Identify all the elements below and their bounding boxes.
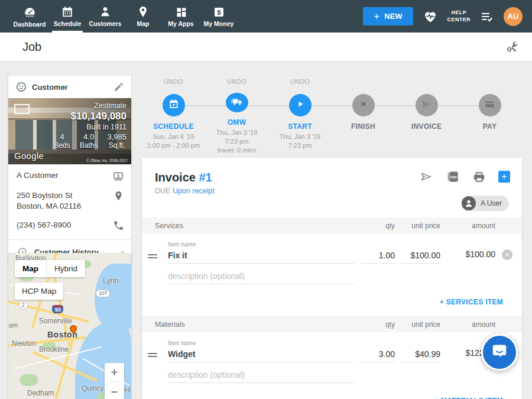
top-navigation: Dashboard Schedule Customers Map [0, 0, 532, 33]
customer-name: A Customer [17, 170, 59, 181]
play-icon [295, 99, 306, 112]
material-name-input[interactable] [168, 348, 354, 362]
location-pin-icon[interactable] [113, 190, 124, 202]
page-title: Job [22, 40, 41, 54]
hcp-map-button[interactable]: HCP Map [15, 283, 63, 300]
page-header: Job [0, 33, 532, 61]
plus-icon: + [374, 11, 379, 22]
phone-icon[interactable] [113, 220, 124, 231]
customer-phone: (234) 567-8900 [17, 220, 71, 231]
drag-handle[interactable] [148, 353, 157, 362]
undo-link[interactable]: UNDO [227, 78, 246, 86]
pay-step-button[interactable] [479, 94, 501, 116]
timeline-step-invoice: INVOICE [395, 78, 458, 155]
service-unit-price-input[interactable] [401, 249, 440, 264]
app-root: Dashboard Schedule Customers Map [0, 0, 532, 399]
start-step-button[interactable] [289, 94, 312, 116]
send-invoice-icon[interactable] [419, 170, 433, 184]
material-unit-price-input[interactable] [401, 348, 440, 362]
service-description-input[interactable] [168, 270, 354, 284]
nav-item-schedule[interactable]: Schedule [48, 0, 86, 33]
unit-price-column-header: unit price [401, 222, 440, 230]
step-label: PAY [483, 122, 497, 131]
services-section-header: Services qty unit price amount [142, 218, 522, 233]
invoice-step-button[interactable] [416, 94, 438, 116]
map-pin-icon [137, 5, 150, 18]
material-qty-input[interactable] [361, 348, 395, 362]
property-stats: 4 Beds 4.0 Baths 3,985 Sq.ft. [54, 132, 126, 150]
customers-icon [99, 5, 112, 18]
service-qty-input[interactable] [361, 249, 395, 264]
user-avatar[interactable]: AU [504, 7, 523, 26]
help-center-link[interactable]: HELP CENTER [447, 9, 471, 23]
dashboard-icon [23, 5, 37, 19]
map-type-map-button[interactable]: Map [15, 260, 46, 277]
zestimate-overlay: Zestimate $10,149,080 Built in 1911 4 Be… [54, 102, 126, 150]
new-button[interactable]: + NEW [363, 7, 413, 25]
customer-address-row: 250 Boylston St Boston, MA 02116 [8, 184, 131, 214]
park-area [20, 374, 38, 386]
job-settings-icon[interactable] [505, 40, 519, 54]
svg-text:PDF: PDF [450, 176, 458, 179]
delete-service-item-icon[interactable]: ✕ [502, 249, 512, 260]
service-name-input[interactable] [168, 249, 354, 264]
qty-column-header: qty [361, 320, 395, 329]
map-type-hybrid-button[interactable]: Hybrid [47, 260, 85, 277]
nav-item-my-money[interactable]: $ My Money [200, 0, 238, 33]
chat-bubble-icon [491, 342, 508, 362]
edit-pencil-icon[interactable] [113, 82, 124, 92]
schedule-step-button[interactable] [163, 94, 185, 116]
undo-link[interactable]: UNDO [164, 78, 183, 87]
add-invoice-button[interactable]: + [498, 171, 510, 183]
chat-launcher-button[interactable] [481, 334, 518, 371]
nav-item-dashboard[interactable]: Dashboard [11, 0, 48, 33]
customer-card: Customer Zestimate $10,149,080 Built in … [8, 76, 131, 264]
street-view-icon [14, 104, 30, 114]
contact-card-icon[interactable] [112, 170, 124, 182]
zestimate-value: $10,149,080 [54, 111, 126, 122]
due-value-link[interactable]: Upon receipt [173, 187, 215, 195]
step-label: START [288, 122, 312, 131]
zestimate-label: Zestimate [54, 102, 126, 110]
undo-link[interactable]: UNDO [290, 78, 310, 87]
map-label-waltham: ham [8, 322, 18, 329]
step-travel: travel: 0 mins [216, 146, 257, 155]
nav-label: Schedule [54, 20, 82, 27]
qty-column-header: qty [361, 222, 395, 230]
nav-label: My Money [204, 20, 234, 27]
add-services-item-link[interactable]: + SERVICES ITEM [440, 298, 503, 306]
item-name-label: Item name [168, 340, 354, 346]
zoom-out-button[interactable]: − [105, 382, 124, 399]
print-icon[interactable] [472, 170, 486, 184]
invoice-number[interactable]: #1 [199, 171, 212, 184]
send-icon [421, 99, 432, 112]
beds-value: 4 [54, 132, 70, 141]
customer-face-icon [15, 81, 27, 93]
avatar-initials: AU [508, 12, 519, 21]
add-materials-item-link[interactable]: + MATERIALS ITEM [434, 397, 503, 399]
map-type-control: Map Hybrid [15, 260, 85, 277]
step-label: OMW [228, 118, 246, 126]
zoom-in-button[interactable]: + [105, 363, 124, 382]
health-heart-icon[interactable] [423, 9, 438, 24]
pdf-icon[interactable]: PDF [446, 170, 460, 184]
drag-handle[interactable] [148, 254, 157, 264]
assigned-user-pill[interactable]: A User [461, 196, 509, 211]
omw-step-button[interactable] [226, 93, 248, 112]
task-list-icon[interactable] [480, 9, 494, 24]
stat-sqft: 3,985 Sq.ft. [107, 132, 126, 150]
material-description-input[interactable] [168, 368, 354, 383]
nav-items: Dashboard Schedule Customers Map [0, 0, 238, 33]
new-button-label: NEW [384, 12, 402, 21]
truck-icon [231, 95, 244, 111]
nav-item-customers[interactable]: Customers [86, 0, 124, 33]
nav-item-map[interactable]: Map [124, 0, 162, 33]
map-widget[interactable]: Burlington Lynn 107 2 93 Somerville ham … [8, 253, 131, 399]
stop-icon [359, 99, 368, 111]
step-label: INVOICE [411, 122, 442, 131]
help-center-line1: HELP [447, 9, 471, 16]
property-photo[interactable]: Zestimate $10,149,080 Built in 1911 4 Be… [8, 98, 131, 164]
finish-step-button[interactable] [352, 94, 375, 116]
nav-item-my-apps[interactable]: My Apps [162, 0, 200, 33]
sqft-label: Sq.ft. [107, 141, 126, 150]
